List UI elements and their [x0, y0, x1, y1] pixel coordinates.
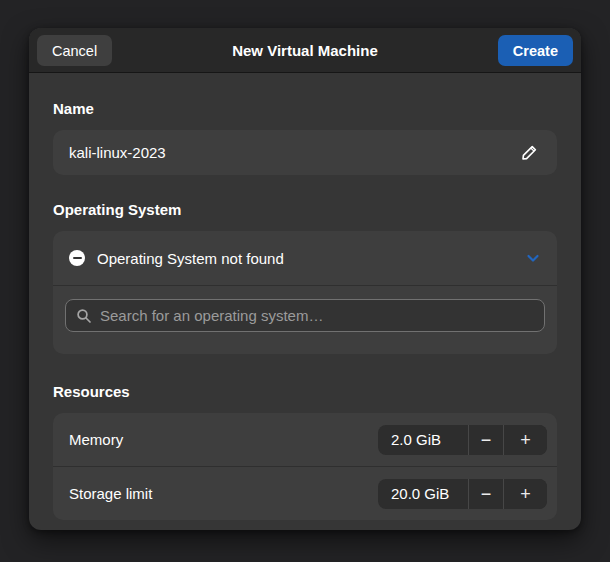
dialog-title: New Virtual Machine [232, 42, 378, 59]
os-search-area [53, 286, 557, 354]
vm-name-value: kali-linux-2023 [69, 144, 517, 161]
resources-card: Memory 2.0 GiB − + Storage limit 20.0 Gi… [53, 413, 557, 520]
search-icon [76, 308, 92, 324]
os-search-entry[interactable] [65, 299, 545, 332]
os-section-label: Operating System [53, 201, 557, 218]
memory-label: Memory [69, 431, 123, 448]
storage-spinbutton: 20.0 GiB − + [378, 479, 547, 509]
vm-name-row[interactable]: kali-linux-2023 [53, 130, 557, 175]
name-section-label: Name [53, 100, 557, 117]
storage-increase-button[interactable]: + [503, 479, 547, 509]
edit-name-button[interactable] [517, 141, 541, 165]
memory-spinbutton: 2.0 GiB − + [378, 425, 547, 455]
create-button[interactable]: Create [498, 35, 573, 66]
resources-section-label: Resources [53, 383, 557, 400]
chevron-down-icon [525, 250, 541, 266]
plus-icon: + [520, 431, 531, 449]
os-search-input[interactable] [100, 307, 534, 324]
os-not-found-icon [69, 250, 85, 266]
new-vm-dialog: Cancel New Virtual Machine Create Name k… [29, 28, 581, 530]
minus-icon: − [481, 431, 492, 449]
os-status-text: Operating System not found [97, 250, 525, 267]
storage-limit-label: Storage limit [69, 485, 152, 502]
os-card: Operating System not found [53, 231, 557, 354]
minus-icon: − [481, 485, 492, 503]
memory-increase-button[interactable]: + [503, 425, 547, 455]
os-selector-row[interactable]: Operating System not found [53, 231, 557, 285]
pencil-icon [521, 145, 537, 161]
header-bar: Cancel New Virtual Machine Create [29, 28, 581, 73]
name-card: kali-linux-2023 [53, 130, 557, 175]
storage-value[interactable]: 20.0 GiB [378, 479, 468, 509]
memory-row: Memory 2.0 GiB − + [53, 413, 557, 466]
memory-value[interactable]: 2.0 GiB [378, 425, 468, 455]
plus-icon: + [520, 485, 531, 503]
storage-decrease-button[interactable]: − [468, 479, 503, 509]
dialog-body: Name kali-linux-2023 Operating System [29, 73, 581, 530]
cancel-button[interactable]: Cancel [37, 35, 112, 66]
memory-decrease-button[interactable]: − [468, 425, 503, 455]
storage-limit-row: Storage limit 20.0 GiB − + [53, 467, 557, 520]
